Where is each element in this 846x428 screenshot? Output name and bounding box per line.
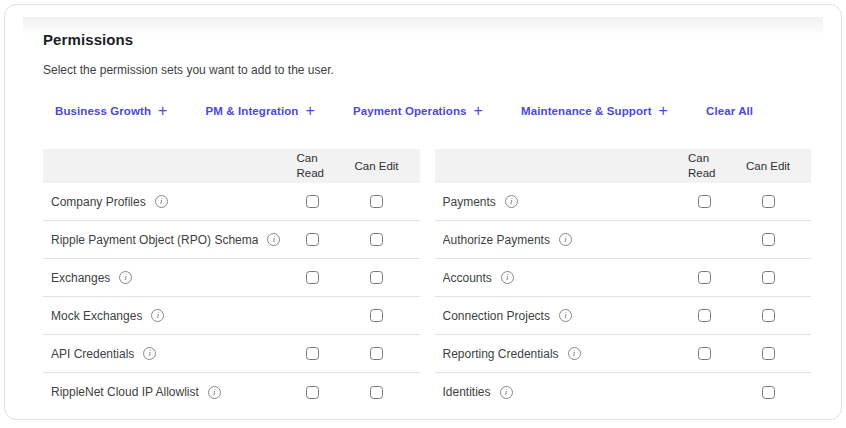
row-label: Payments [443,195,496,209]
table-row-exchanges: Exchangesi [43,259,420,297]
row-label: Ripple Payment Object (RPO) Schema [51,233,258,247]
can-edit-header-label: Can Edit [746,160,790,172]
row-label: Accounts [443,271,492,285]
can-edit-cell [736,195,800,208]
row-label: API Credentials [51,347,134,361]
can-read-checkbox[interactable] [698,271,711,284]
permission-set-label: Maintenance & Support [521,105,652,117]
table-rows: PaymentsiAuthorize PaymentsiAccountsiCon… [435,183,812,411]
permissions-card: Permissions Select the permission sets y… [4,4,842,420]
info-icon[interactable]: i [155,195,168,208]
page-subtitle: Select the permission sets you want to a… [43,63,811,77]
can-read-checkbox[interactable] [306,347,319,360]
permission-set-button-maintenance-support[interactable]: Maintenance & Support+ [521,103,668,119]
can-read-cell [672,347,736,360]
can-edit-cell [345,386,409,399]
info-icon[interactable]: i [151,309,164,322]
info-icon[interactable]: i [559,309,572,322]
info-icon[interactable]: i [267,233,280,246]
table-header: Can Read Can Edit [43,149,420,183]
info-icon[interactable]: i [143,347,156,360]
can-edit-checkbox[interactable] [370,347,383,360]
row-label-cell: RippleNet Cloud IP Allowlisti [43,385,281,399]
row-label-cell: Authorize Paymentsi [435,233,673,247]
table-row-authorize-payments: Authorize Paymentsi [435,221,812,259]
can-edit-cell [345,271,409,284]
permission-set-button-payment-operations[interactable]: Payment Operations+ [353,103,483,119]
can-edit-cell [345,309,409,322]
can-read-checkbox[interactable] [698,309,711,322]
can-read-checkbox[interactable] [306,233,319,246]
can-read-cell [281,195,345,208]
can-edit-checkbox[interactable] [762,309,775,322]
permission-tables: Can Read Can Edit Company ProfilesiRippl… [43,149,811,411]
row-label-cell: Ripple Payment Object (RPO) Schemai [43,233,281,247]
table-row-identities: Identitiesi [435,373,812,411]
row-label: Connection Projects [443,309,550,323]
table-row-reporting-credentials: Reporting Credentialsi [435,335,812,373]
info-icon[interactable]: i [505,195,518,208]
can-edit-checkbox[interactable] [370,271,383,284]
info-icon[interactable]: i [208,386,221,399]
table-row-payments: Paymentsi [435,183,812,221]
info-icon[interactable]: i [568,347,581,360]
can-edit-cell [736,347,800,360]
table-header: Can Read Can Edit [435,149,812,183]
info-icon[interactable]: i [559,233,572,246]
table-rows: Company ProfilesiRipple Payment Object (… [43,183,420,411]
can-edit-checkbox[interactable] [762,386,775,399]
can-edit-cell [736,309,800,322]
can-edit-checkbox[interactable] [370,195,383,208]
permission-table-left: Can Read Can Edit Company ProfilesiRippl… [43,149,420,411]
table-row-mock-exchanges: Mock Exchangesi [43,297,420,335]
table-row-connection-projects: Connection Projectsi [435,297,812,335]
can-edit-header-label: Can Edit [354,160,398,172]
table-row-accounts: Accountsi [435,259,812,297]
plus-icon: + [659,103,668,119]
can-read-cell [672,195,736,208]
can-edit-checkbox[interactable] [370,233,383,246]
page-title: Permissions [43,31,811,48]
can-read-checkbox[interactable] [698,347,711,360]
plus-icon: + [474,103,483,119]
row-label: RippleNet Cloud IP Allowlist [51,385,199,399]
can-read-header-label: Can Read [297,151,329,181]
can-edit-column-header: Can Edit [345,160,409,172]
table-row-ripple-payment-object-rpo-schema: Ripple Payment Object (RPO) Schemai [43,221,420,259]
info-icon[interactable]: i [501,271,514,284]
row-label-cell: Reporting Credentialsi [435,347,673,361]
can-edit-cell [345,347,409,360]
permission-set-label: Business Growth [55,105,151,117]
can-read-checkbox[interactable] [306,271,319,284]
can-edit-cell [736,233,800,246]
table-row-company-profiles: Company Profilesi [43,183,420,221]
clear-all-button[interactable]: Clear All [706,105,753,117]
can-read-checkbox[interactable] [306,195,319,208]
row-label: Reporting Credentials [443,347,559,361]
row-label-cell: Identitiesi [435,385,673,399]
permission-set-button-pm-integration[interactable]: PM & Integration+ [206,103,315,119]
can-read-checkbox[interactable] [306,386,319,399]
row-label: Identities [443,385,491,399]
row-label-cell: Mock Exchangesi [43,309,281,323]
can-edit-checkbox[interactable] [762,347,775,360]
can-edit-column-header: Can Edit [736,160,800,172]
row-label-cell: Connection Projectsi [435,309,673,323]
can-edit-checkbox[interactable] [370,309,383,322]
can-read-cell [672,271,736,284]
table-row-ripplenet-cloud-ip-allowlist: RippleNet Cloud IP Allowlisti [43,373,420,411]
can-edit-checkbox[interactable] [762,195,775,208]
info-icon[interactable]: i [500,386,513,399]
can-edit-checkbox[interactable] [370,386,383,399]
can-read-column-header: Can Read [281,151,345,181]
info-icon[interactable]: i [119,271,132,284]
can-edit-checkbox[interactable] [762,233,775,246]
row-label-cell: API Credentialsi [43,347,281,361]
can-edit-checkbox[interactable] [762,271,775,284]
row-label-cell: Paymentsi [435,195,673,209]
table-row-api-credentials: API Credentialsi [43,335,420,373]
permission-set-button-business-growth[interactable]: Business Growth+ [55,103,168,119]
can-read-column-header: Can Read [672,151,736,181]
can-read-checkbox[interactable] [698,195,711,208]
can-read-cell [672,309,736,322]
